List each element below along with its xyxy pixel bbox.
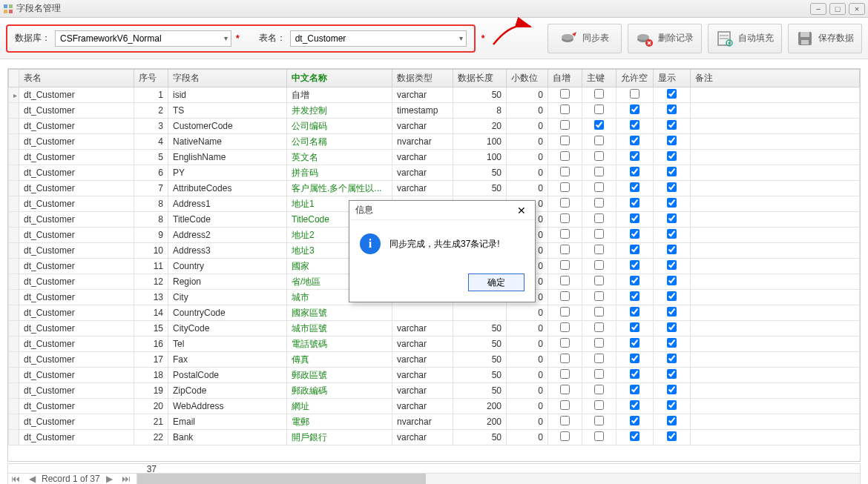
table-row[interactable]: dt_Customer4NativeName公司名稱nvarchar1000 (9, 134, 860, 150)
col-seq[interactable]: 序号 (134, 70, 168, 87)
table-row[interactable]: dt_Customer19ZipCode郵政編碼varchar500 (9, 383, 860, 399)
svg-rect-3 (9, 10, 13, 13)
table-row[interactable]: dt_Customer15CityCode城市區號varchar500 (9, 321, 860, 337)
col-field[interactable]: 字段名 (168, 70, 287, 87)
record-navigator[interactable]: ⏮ ◀ Record 1 of 37 ▶ ⏭ (7, 474, 861, 484)
table-row[interactable]: dt_Customer5EnglishName英文名varchar1000 (9, 150, 860, 165)
table-row[interactable]: dt_Customer21Email電郵nvarchar2000 (9, 414, 860, 430)
nav-text: Record 1 of 37 (42, 474, 100, 484)
sync-button[interactable]: 同步表 (548, 24, 622, 53)
delete-button[interactable]: 删除记录 (628, 24, 702, 53)
autofill-label: 自动填充 (738, 32, 774, 44)
col-nullable[interactable]: 允许空 (617, 70, 654, 87)
table-row[interactable]: dt_Customer2TS并发控制timestamp80 (9, 103, 860, 119)
delete-icon (636, 30, 654, 47)
table-combo[interactable]: dt_Customer (290, 30, 467, 47)
table-row[interactable]: dt_Customer18PostalCode郵政區號varchar500 (9, 368, 860, 383)
sync-icon (560, 30, 578, 47)
window-title: 字段名管理 (16, 2, 810, 15)
col-auto[interactable]: 自增 (548, 70, 582, 87)
col-dlen[interactable]: 数据长度 (453, 70, 507, 87)
info-icon: i (360, 233, 381, 254)
svg-point-13 (729, 42, 731, 44)
save-icon (796, 30, 814, 47)
toolbar: 数据库： CSFrameworkV6_Normal * 表名： dt_Custo… (0, 18, 868, 59)
required-asterisk: * (236, 33, 240, 44)
svg-rect-1 (9, 4, 13, 8)
svg-point-5 (562, 34, 573, 40)
dialog-message: 同步完成，共生成37条记录! (389, 238, 500, 251)
delete-label: 删除记录 (658, 32, 694, 44)
nav-first-icon[interactable]: ⏮ (8, 474, 23, 484)
col-remark[interactable]: 备注 (691, 70, 860, 87)
svg-point-7 (637, 34, 649, 40)
table-row[interactable]: dt_Customer20WebAddress網址varchar2000 (9, 399, 860, 414)
svg-rect-16 (801, 40, 809, 44)
maximize-button[interactable]: □ (829, 3, 846, 15)
table-row[interactable]: dt_Customer6PY拼音码varchar500 (9, 165, 860, 181)
col-show[interactable]: 显示 (654, 70, 691, 87)
required-asterisk-2: * (481, 33, 485, 44)
table-row[interactable]: dt_Customer22Bank開戶銀行varchar500 (9, 430, 860, 445)
table-row[interactable]: dt_Customer7AttributeCodes客户属性.多个属性以...v… (9, 181, 860, 196)
table-row[interactable]: dt_Customer17Fax傳真varchar500 (9, 352, 860, 368)
grid-footer: 37 ⏮ ◀ Record 1 of 37 ▶ ⏭ (7, 463, 861, 484)
dialog-close-icon[interactable]: ✕ (514, 203, 529, 218)
nav-prev-icon[interactable]: ◀ (26, 474, 39, 484)
table-row[interactable]: dt_Customer3CustomerCode公司编码varchar200 (9, 119, 860, 134)
app-icon (3, 4, 13, 14)
col-dtype[interactable]: 数据类型 (392, 70, 453, 87)
table-row[interactable]: dt_Customer14CountryCode國家區號0 (9, 305, 860, 321)
table-row[interactable]: dt_Customer16Tel電話號碼varchar500 (9, 337, 860, 352)
save-label: 保存数据 (818, 32, 854, 44)
save-button[interactable]: 保存数据 (788, 24, 862, 53)
svg-rect-15 (800, 32, 809, 37)
nav-next-icon[interactable]: ▶ (103, 474, 116, 484)
autofill-button[interactable]: 自动填充 (708, 24, 782, 53)
autofill-icon (716, 30, 734, 47)
info-dialog: 信息 ✕ i 同步完成，共生成37条记录! 确定 (349, 200, 536, 302)
table-row[interactable]: ▸dt_Customer1isid自增varchar500 (9, 87, 860, 103)
close-button[interactable]: × (849, 3, 865, 15)
summary-row: 37 (7, 463, 861, 474)
minimize-button[interactable]: − (810, 3, 826, 15)
table-value: dt_Customer (295, 33, 346, 44)
table-label: 表名： (259, 32, 286, 44)
col-cname[interactable]: 中文名称 (287, 70, 392, 87)
col-pk[interactable]: 主键 (582, 70, 617, 87)
database-combo[interactable]: CSFrameworkV6_Normal (55, 30, 231, 47)
svg-rect-2 (4, 10, 7, 13)
filter-box: 数据库： CSFrameworkV6_Normal * 表名： dt_Custo… (6, 24, 476, 53)
database-value: CSFrameworkV6_Normal (60, 33, 162, 44)
svg-rect-0 (4, 4, 7, 8)
dialog-title: 信息 (355, 204, 514, 216)
dialog-ok-button[interactable]: 确定 (468, 274, 525, 291)
col-table[interactable]: 表名 (19, 70, 134, 87)
header-row: 表名 序号 字段名 中文名称 数据类型 数据长度 小数位 自增 主键 允许空 显… (9, 70, 860, 87)
col-scale[interactable]: 小数位 (507, 70, 548, 87)
db-label: 数据库： (15, 32, 50, 44)
horizontal-scrollbar[interactable] (137, 474, 860, 484)
sync-label: 同步表 (582, 32, 609, 44)
row-count: 37 (125, 464, 161, 473)
title-bar: 字段名管理 − □ × (0, 0, 868, 18)
nav-last-icon[interactable]: ⏭ (119, 474, 134, 484)
